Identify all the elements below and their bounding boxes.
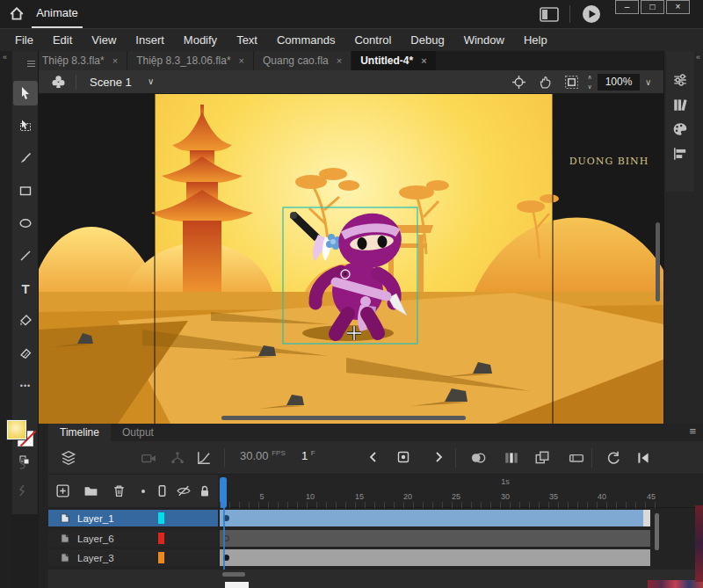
workspace-layout-icon[interactable]	[540, 7, 559, 22]
rotate-hand-icon[interactable]	[538, 75, 553, 90]
layer-color-chip[interactable]	[158, 512, 164, 524]
step-forward-icon[interactable]	[431, 450, 446, 464]
timeline-gutter	[39, 424, 48, 588]
selection-tool[interactable]	[13, 81, 38, 105]
add-folder-icon[interactable]	[83, 483, 98, 498]
camera-icon-disabled[interactable]	[141, 450, 156, 466]
menu-view[interactable]: View	[82, 29, 126, 51]
doc-tab-thiep83-1806[interactable]: Thiệp 8.3_18.06.fla*×	[127, 51, 254, 70]
edit-multiple-frames-icon[interactable]	[534, 450, 550, 466]
more-tools-button[interactable]: •••	[13, 374, 38, 398]
layer-color-chip[interactable]	[158, 552, 164, 563]
oval-tool[interactable]	[13, 211, 38, 236]
tab-close-icon[interactable]: ×	[337, 55, 342, 66]
color-panel-icon[interactable]	[672, 121, 688, 137]
tab-close-icon[interactable]: ×	[421, 55, 426, 66]
frame-span-layer6[interactable]	[220, 530, 650, 547]
eraser-tool[interactable]	[13, 341, 38, 366]
current-frame-value[interactable]: 1 F	[301, 449, 315, 462]
doc-tab-quangcao[interactable]: Quang cao.fla×	[254, 51, 352, 70]
collapse-panels-icon[interactable]: «	[696, 53, 700, 62]
symbol-club-icon[interactable]	[51, 75, 66, 90]
onion-skin-icon[interactable]	[470, 450, 486, 466]
tab-close-icon[interactable]: ×	[112, 55, 118, 66]
layer-row-layer3[interactable]: Layer_3	[48, 549, 218, 566]
zoom-level-value[interactable]: 100%	[598, 74, 640, 91]
highlight-layers-dot-icon[interactable]	[139, 487, 148, 496]
tab-timeline[interactable]: Timeline	[48, 424, 111, 441]
fill-color-swatch[interactable]	[7, 420, 26, 439]
desktop-sliver	[695, 505, 703, 582]
layer-row-layer1[interactable]: Layer_1	[48, 510, 218, 526]
create-frame-span-icon[interactable]	[569, 450, 584, 466]
lock-layers-icon[interactable]	[198, 483, 212, 498]
frame-graph-icon[interactable]	[196, 450, 212, 466]
close-button[interactable]: ×	[666, 0, 690, 14]
menu-commands[interactable]: Commands	[267, 29, 344, 51]
tools-panel-menu-icon[interactable]	[27, 61, 35, 67]
align-panel-icon[interactable]	[672, 146, 688, 162]
minimize-button[interactable]: –	[615, 0, 639, 14]
collapse-tools-icon[interactable]: «	[3, 53, 7, 62]
center-stage-icon[interactable]	[511, 75, 526, 90]
show-layers-as-outlines-icon[interactable]	[155, 483, 170, 498]
library-panel-icon[interactable]	[672, 97, 688, 113]
ruler-ticks-strip	[220, 502, 659, 508]
current-frame-marker-icon[interactable]	[396, 450, 410, 464]
menu-help[interactable]: Help	[514, 29, 557, 51]
scene-name[interactable]: Scene 1	[90, 70, 132, 94]
frame-span-layer3[interactable]	[220, 549, 650, 566]
line-tool[interactable]	[13, 243, 38, 268]
app-tab[interactable]: Animate	[32, 0, 83, 28]
doc-tab-untitled4[interactable]: Untitled-4*×	[352, 51, 436, 70]
subselection-tool[interactable]	[13, 113, 38, 138]
tab-output[interactable]: Output	[111, 424, 165, 441]
layer-color-chip[interactable]	[158, 533, 164, 544]
menu-debug[interactable]: Debug	[401, 29, 453, 51]
titlebar-separator	[569, 5, 570, 23]
paint-bucket-tool[interactable]	[13, 309, 38, 333]
rectangle-tool[interactable]	[13, 178, 38, 203]
layers-stack-icon[interactable]	[61, 450, 76, 466]
menu-file[interactable]: File	[5, 29, 43, 51]
menu-window[interactable]: Window	[454, 29, 514, 51]
step-back-icon[interactable]	[366, 450, 380, 464]
stage-canvas[interactable]: DUONG BINH	[39, 94, 663, 424]
frame-span-layer1-selected[interactable]	[220, 510, 650, 526]
menu-bar: File Edit View Insert Modify Text Comman…	[0, 28, 703, 51]
delete-layer-trash-icon[interactable]	[112, 483, 127, 498]
tab-close-icon[interactable]: ×	[239, 55, 244, 66]
zoom-stepper[interactable]: ∧∨	[585, 72, 594, 91]
go-to-first-frame-icon[interactable]	[635, 450, 651, 466]
frames-vertical-scrollbar[interactable]	[655, 513, 659, 550]
properties-panel-icon[interactable]	[672, 72, 688, 88]
brush-tool[interactable]	[13, 146, 38, 171]
frames-area[interactable]	[218, 508, 703, 570]
show-hide-layers-eye-icon[interactable]	[176, 483, 192, 498]
test-movie-play-icon[interactable]	[582, 4, 601, 24]
home-icon[interactable]	[9, 6, 25, 22]
menu-insert[interactable]: Insert	[126, 29, 174, 51]
timeline-hscroll-track[interactable]	[48, 570, 703, 580]
canvas-horizontal-scrollbar[interactable]	[221, 416, 466, 420]
scene-chevron-down-icon[interactable]: ∨	[148, 70, 154, 92]
text-tool[interactable]: T	[13, 276, 38, 301]
timeline-ruler[interactable]: 5 10 15 20 25 30 35 40 45 1s	[218, 475, 703, 508]
layer-row-layer6[interactable]: Layer_6	[48, 530, 218, 547]
timeline-panel-menu-icon[interactable]: ≡	[689, 424, 696, 439]
menu-modify[interactable]: Modify	[174, 29, 227, 51]
layer-parenting-icon-disabled[interactable]	[170, 450, 185, 466]
onion-skin-outlines-icon[interactable]	[504, 450, 519, 466]
timeline-hscroll-thumb[interactable]	[222, 572, 245, 577]
doc-tab-thiep83[interactable]: Thiệp 8.3.fla*×	[33, 51, 127, 70]
maximize-button[interactable]: □	[641, 0, 664, 14]
loop-playback-icon[interactable]	[605, 450, 621, 466]
menu-edit[interactable]: Edit	[43, 29, 82, 51]
menu-control[interactable]: Control	[344, 29, 401, 51]
canvas-vertical-scrollbar[interactable]	[656, 222, 660, 301]
add-layer-icon[interactable]	[55, 483, 70, 498]
clip-content-icon[interactable]	[564, 75, 579, 90]
menu-text[interactable]: Text	[227, 29, 267, 51]
frame-rate-value[interactable]: 30.00 FPS	[240, 449, 286, 462]
zoom-chevron-down-icon[interactable]: ∨	[645, 70, 651, 94]
